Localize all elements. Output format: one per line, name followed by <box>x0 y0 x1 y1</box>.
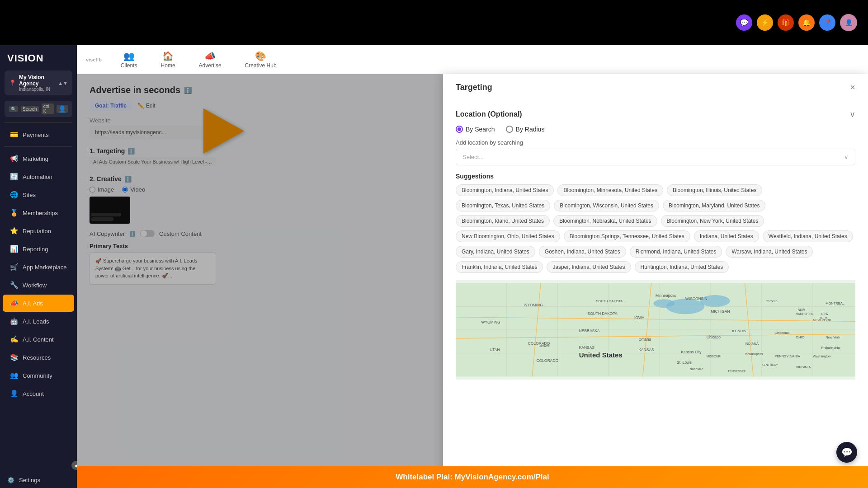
by-search-radio-circle <box>456 126 463 133</box>
workflow-icon: 🔧 <box>10 281 18 289</box>
svg-text:SOUTH DAKOTA: SOUTH DAKOTA <box>596 299 623 303</box>
bolt-topbar-icon[interactable]: ⚡ <box>757 14 773 31</box>
svg-text:ILLINOIS: ILLINOIS <box>732 329 746 333</box>
suggestion-tag[interactable]: Bloomington, Maryland, United States <box>663 200 765 211</box>
nav-item-label: Clients <box>121 62 137 69</box>
nav-item-label: Creative Hub <box>245 62 277 69</box>
suggestion-tag[interactable]: Bloomington, Illinois, United States <box>667 184 762 196</box>
divider-2 <box>5 146 72 147</box>
svg-text:KANSAS: KANSAS <box>638 347 654 352</box>
location-section: Location (Optional) ∨ By Search By Radiu… <box>443 101 868 388</box>
sidebar-item-reporting[interactable]: 📊 Reporting <box>3 240 74 258</box>
chevron-icon: ▲▼ <box>58 80 68 86</box>
sidebar-item-label: App Marketplace <box>23 264 67 271</box>
agency-name: My Vision Agency <box>19 74 55 87</box>
sidebar-item-label: Payments <box>23 131 49 138</box>
sidebar-item-memberships[interactable]: 🏅 Memberships <box>3 204 74 221</box>
nav-item-advertise[interactable]: 📣 Advertise <box>194 48 226 71</box>
suggestion-tag[interactable]: Warsaw, Indiana, United States <box>726 246 813 258</box>
suggestion-tag[interactable]: Jasper, Indiana, United States <box>547 261 631 273</box>
sidebar-item-ai-leads[interactable]: 🤖 A.I. Leads <box>3 313 74 330</box>
user-avatar[interactable]: 👤 <box>840 14 857 31</box>
svg-text:WYOMING: WYOMING <box>481 320 500 324</box>
suggestion-tag[interactable]: Bloomington, Wisconsin, United States <box>554 200 659 211</box>
clients-icon: 👥 <box>123 51 135 61</box>
gift-topbar-icon[interactable]: 🎁 <box>778 14 794 31</box>
map-container: WYOMING COLORADO UTAH NEBRASKA KANSAS CO… <box>456 280 855 380</box>
by-radius-label: By Radius <box>516 126 545 133</box>
suggestion-tag[interactable]: Indiana, United States <box>694 230 759 242</box>
nav-item-creative-hub[interactable]: 🎨 Creative Hub <box>241 48 281 71</box>
sidebar-item-label: Sites <box>23 192 36 198</box>
svg-text:VIRGINIA: VIRGINIA <box>796 365 811 369</box>
sidebar-item-label: Memberships <box>23 210 58 216</box>
search-shortcut: ctrl K <box>42 103 54 114</box>
reporting-icon: 📊 <box>10 245 18 253</box>
sidebar-collapse-toggle[interactable]: ◀ <box>71 461 77 470</box>
sidebar-search[interactable]: 🔍 Search ctrl K 👤 <box>5 101 72 117</box>
svg-text:OHIO: OHIO <box>796 335 804 339</box>
help-topbar-icon[interactable]: ❓ <box>819 14 835 31</box>
location-title: Location (Optional) <box>456 110 522 118</box>
close-button[interactable]: × <box>850 82 855 93</box>
svg-text:MONTREAL: MONTREAL <box>826 301 844 305</box>
chat-bubble-button[interactable]: 💬 <box>836 442 857 463</box>
bell-topbar-icon[interactable]: 🔔 <box>798 14 815 31</box>
suggestion-tag[interactable]: Goshen, Indiana, United States <box>539 246 626 258</box>
svg-text:NEW: NEW <box>821 312 829 315</box>
bottom-banner[interactable]: Whitelabel Plai: MyVisionAgency.com/Plai <box>77 466 868 488</box>
svg-text:United States: United States <box>579 351 623 359</box>
location-icon: 📍 <box>9 80 16 86</box>
suggestion-tag[interactable]: Huntington, Indiana, United States <box>635 261 729 273</box>
home-icon: 🏠 <box>162 51 174 61</box>
suggestion-tag[interactable]: Bloomington, Indiana, United States <box>456 184 554 196</box>
svg-text:MICHIGAN: MICHIGAN <box>711 309 730 314</box>
by-radius-radio[interactable]: By Radius <box>506 126 545 133</box>
svg-text:Kansas City: Kansas City <box>681 350 702 354</box>
sidebar-item-app-marketplace[interactable]: 🛒 App Marketplace <box>3 258 74 276</box>
suggestion-tag[interactable]: Bloomington Springs, Tennessee, United S… <box>564 230 690 242</box>
svg-text:IOWA: IOWA <box>634 315 645 320</box>
sidebar-item-resources[interactable]: 📚 Resources <box>3 349 74 366</box>
suggestion-tag[interactable]: Bloomington, Texas, United States <box>456 200 550 211</box>
suggestion-tag[interactable]: Westfield, Indiana, United States <box>763 230 853 242</box>
sidebar-item-account[interactable]: 👤 Account <box>3 385 74 402</box>
suggestion-tag[interactable]: Richmond, Indiana, United States <box>630 246 722 258</box>
suggestion-tag[interactable]: Bloomington, Minnesota, United States <box>557 184 663 196</box>
sidebar-item-marketing[interactable]: 📢 Marketing <box>3 150 74 167</box>
suggestion-tag[interactable]: Bloomington, Nebraska, United States <box>553 215 657 227</box>
sites-icon: 🌐 <box>10 191 18 199</box>
location-title-row[interactable]: Location (Optional) ∨ <box>456 109 855 119</box>
location-select[interactable]: Select... ∨ <box>456 149 855 165</box>
sidebar-item-label: Reputation <box>23 228 51 235</box>
suggestion-tag[interactable]: Bloomington, Idaho, United States <box>456 215 550 227</box>
sidebar-item-automation[interactable]: 🔄 Automation <box>3 168 74 185</box>
suggestion-tag[interactable]: Gary, Indiana, United States <box>456 246 535 258</box>
bottom-banner-text: Whitelabel Plai: MyVisionAgency.com/Plai <box>396 473 549 482</box>
sidebar-item-ai-ads[interactable]: 📣 A.I. Ads <box>3 295 74 312</box>
svg-text:Washington: Washington <box>813 354 830 358</box>
suggestion-tag[interactable]: New Bloomington, Ohio, United States <box>456 230 560 242</box>
sidebar-item-payments[interactable]: 💳 Payments <box>3 126 74 143</box>
memberships-icon: 🏅 <box>10 209 18 217</box>
settings-item[interactable]: ⚙️ Settings <box>0 472 77 488</box>
by-search-label: By Search <box>466 126 495 133</box>
sidebar-item-label: Resources <box>23 354 51 361</box>
sidebar-item-sites[interactable]: 🌐 Sites <box>3 186 74 203</box>
svg-text:TENNESSEE: TENNESSEE <box>728 370 746 373</box>
ai-ads-icon: 📣 <box>10 299 18 307</box>
agency-selector[interactable]: 📍 My Vision Agency Indianapolis, IN ▲▼ <box>5 70 72 95</box>
chat-topbar-icon[interactable]: 💬 <box>736 14 752 31</box>
sidebar-item-label: A.I. Leads <box>23 318 49 325</box>
panel-header: Targeting × <box>443 74 868 101</box>
suggestion-tag[interactable]: Bloomington, New York, United States <box>661 215 764 227</box>
nav-item-clients[interactable]: 👥 Clients <box>116 48 142 71</box>
sidebar-item-workflow[interactable]: 🔧 Workflow <box>3 277 74 294</box>
sidebar-item-reputation[interactable]: ⭐ Reputation <box>3 222 74 239</box>
sidebar-item-community[interactable]: 👥 Community <box>3 367 74 384</box>
suggestion-tag[interactable]: Franklin, Indiana, United States <box>456 261 543 273</box>
panel-title: Targeting <box>456 83 492 92</box>
nav-item-home[interactable]: 🏠 Home <box>156 48 180 71</box>
sidebar-item-ai-content[interactable]: ✍️ A.I. Content <box>3 331 74 348</box>
by-search-radio[interactable]: By Search <box>456 126 495 133</box>
